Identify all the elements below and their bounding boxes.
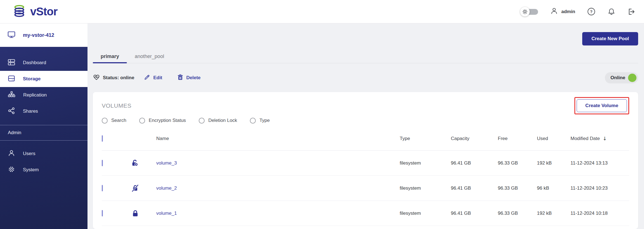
dashboard-icon: [8, 59, 15, 67]
server-name: my-vstor-412: [23, 32, 54, 38]
filter-radio-type[interactable]: Type: [250, 118, 270, 124]
delete-pool-button[interactable]: Delete: [177, 74, 201, 82]
volume-name-link[interactable]: volume_2: [156, 185, 400, 191]
tab-another-pool[interactable]: another_pool: [127, 50, 172, 63]
cell-capacity: 96.41 GB: [451, 160, 498, 166]
cell-free: 96.33 GB: [498, 211, 537, 216]
cell-type: filesystem: [400, 160, 451, 166]
online-green-dot-icon: [628, 74, 636, 82]
radio-icon[interactable]: [199, 118, 205, 124]
sidebar-item-system[interactable]: System: [0, 162, 87, 178]
help-button[interactable]: ?: [587, 7, 596, 16]
create-new-pool-button[interactable]: Create New Pool: [582, 32, 638, 45]
sidebar-item-label: Replication: [23, 92, 47, 98]
volume-name-link[interactable]: volume_3: [156, 160, 400, 166]
volumes-card: VOLUMES Create Volume Search Encryption …: [93, 92, 638, 229]
admin-section-header: Admin: [0, 125, 87, 141]
users-icon: [8, 150, 15, 158]
sidebar-item-shares[interactable]: Shares: [0, 103, 87, 119]
row-checkbox[interactable]: [102, 160, 103, 166]
sidebar-item-storage[interactable]: Storage: [0, 71, 87, 87]
status-label: Status: online: [103, 75, 134, 81]
table-row: A volume_3 filesystem 96.41 GB 96.33 GB …: [102, 151, 629, 176]
column-header-type: Type: [400, 136, 451, 141]
select-all-checkbox[interactable]: [102, 135, 103, 142]
table-row: volume_1 filesystem 96.41 GB 96.33 GB 19…: [102, 201, 629, 226]
volumes-table: Name Type Capacity Free Used Modified Da…: [102, 127, 629, 226]
sort-descending-icon[interactable]: ↓: [603, 136, 607, 141]
pool-status: Status: online: [93, 74, 134, 82]
radio-icon[interactable]: [139, 118, 145, 124]
cell-capacity: 96.41 GB: [451, 185, 498, 191]
gear-icon: [8, 166, 15, 174]
vstor-logo: vStor: [13, 4, 57, 19]
sidebar-item-users[interactable]: Users: [0, 146, 87, 162]
sidebar-item-label: System: [23, 167, 39, 173]
notifications-bell-button[interactable]: [607, 8, 615, 16]
pool-toolbar: Create New Pool: [93, 23, 638, 45]
edit-pool-button[interactable]: Edit: [144, 74, 162, 82]
cell-modified-date: 11-12-2024 13:13: [570, 160, 629, 166]
admin-section-label: Admin: [8, 130, 21, 136]
highlight-annotation-box: Create Volume: [574, 97, 629, 114]
radio-icon[interactable]: [250, 118, 256, 124]
filter-radio-encryption-status[interactable]: Encryption Status: [139, 118, 186, 124]
volumes-title: VOLUMES: [102, 102, 131, 109]
server-selector[interactable]: my-vstor-412: [0, 23, 87, 47]
cell-used: 192 kB: [537, 160, 570, 166]
cell-capacity: 96.41 GB: [451, 211, 498, 216]
tab-primary[interactable]: primary: [93, 50, 127, 63]
pool-status-row: Status: online Edit: [93, 63, 638, 92]
svg-text:?: ?: [590, 9, 593, 14]
trash-icon: [177, 74, 184, 82]
filter-label: Type: [259, 118, 270, 123]
user-menu[interactable]: admin: [550, 7, 575, 16]
user-icon: [550, 7, 558, 16]
cell-used: 192 kB: [537, 211, 570, 216]
top-bar: vStor admin: [0, 0, 644, 23]
svg-text:A: A: [136, 163, 137, 166]
main-content: Create New Pool primary another_pool Sta…: [87, 23, 644, 229]
column-header-used: Used: [537, 136, 570, 141]
cell-modified-date: 11-12-2024 10:18: [570, 211, 629, 216]
row-checkbox[interactable]: [102, 185, 103, 191]
volume-filters: Search Encryption Status Deletion Lock T…: [102, 114, 629, 127]
row-checkbox[interactable]: [102, 210, 103, 216]
pool-tabs: primary another_pool: [93, 50, 638, 63]
disk-stack-logo-icon: [13, 4, 25, 19]
cell-type: filesystem: [400, 185, 451, 191]
logout-button[interactable]: [627, 8, 636, 16]
online-label: Online: [610, 75, 625, 81]
sidebar-item-label: Dashboard: [23, 60, 46, 66]
user-name: admin: [561, 9, 575, 15]
nav-spacer: [0, 141, 87, 146]
column-header-capacity: Capacity: [451, 136, 498, 141]
delete-label: Delete: [186, 75, 201, 81]
filter-radio-search[interactable]: Search: [102, 118, 126, 124]
cell-modified-date: 11-12-2024 10:23: [570, 185, 629, 191]
column-header-name: Name: [156, 136, 400, 141]
cell-free: 96.33 GB: [498, 160, 537, 166]
sidebar-item-replication[interactable]: Replication: [0, 87, 87, 103]
volumes-card-header: VOLUMES Create Volume: [102, 97, 629, 114]
logo-text: vStor: [30, 5, 57, 18]
sidebar-item-label: Users: [23, 151, 35, 156]
online-status-badge: Online: [605, 72, 638, 83]
create-volume-button[interactable]: Create Volume: [577, 99, 627, 112]
sidebar-item-dashboard[interactable]: Dashboard: [0, 55, 87, 71]
theme-toggle[interactable]: [520, 7, 539, 16]
replication-tree-icon: [8, 91, 15, 99]
column-header-modified-date: Modified Date: [570, 136, 600, 141]
storage-drive-icon: [8, 75, 15, 83]
body-layout: my-vstor-412 Dashboard: [0, 23, 644, 229]
sidebar: my-vstor-412 Dashboard: [0, 23, 87, 229]
radio-icon[interactable]: [102, 118, 108, 124]
health-heart-icon: [93, 74, 100, 82]
cell-type: filesystem: [400, 211, 451, 216]
pencil-icon: [144, 74, 150, 82]
lock-disabled-icon: [131, 184, 156, 192]
top-bar-actions: admin ?: [520, 7, 636, 16]
share-icon: [8, 107, 15, 116]
filter-radio-deletion-lock[interactable]: Deletion Lock: [199, 118, 237, 124]
volume-name-link[interactable]: volume_1: [156, 211, 400, 216]
